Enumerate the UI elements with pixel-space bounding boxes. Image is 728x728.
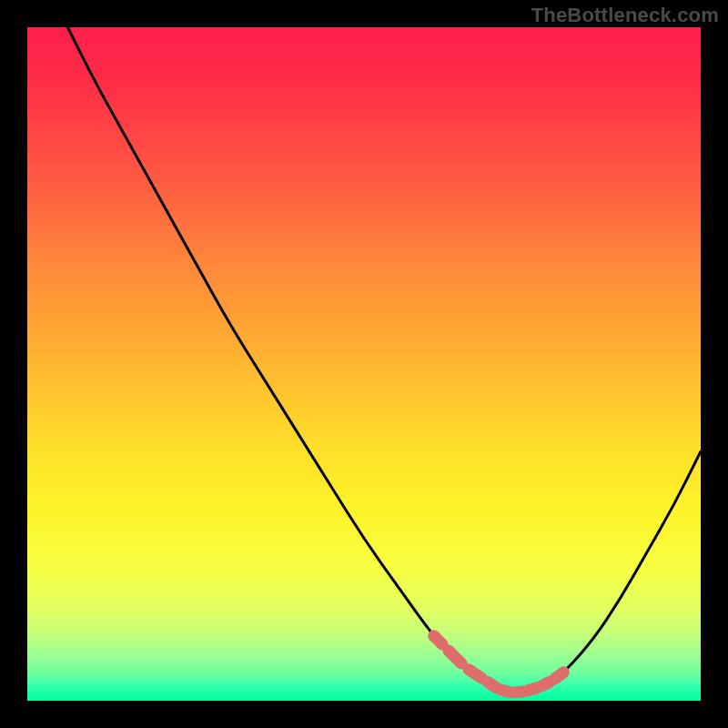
optimal-marker (515, 692, 523, 693)
optimal-marker (434, 636, 442, 644)
plot-area (27, 27, 701, 701)
optimal-marker (469, 670, 481, 678)
chart-container: TheBottleneck.com (0, 0, 728, 728)
optimal-marker (449, 651, 461, 663)
optimal-marker (501, 690, 510, 692)
bottleneck-curve (67, 27, 701, 693)
watermark-text: TheBottleneck.com (531, 4, 719, 27)
optimal-marker (555, 672, 563, 679)
curve-layer (27, 27, 701, 701)
optimal-marker (528, 688, 536, 691)
optimal-marker (488, 682, 496, 688)
optimal-marker (541, 682, 550, 686)
optimal-range-markers (434, 636, 564, 693)
